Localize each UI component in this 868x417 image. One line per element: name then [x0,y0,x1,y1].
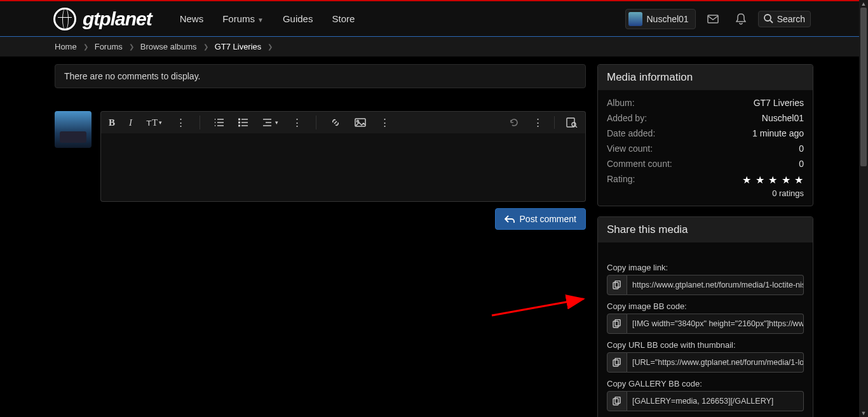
crumb-home[interactable]: Home [55,42,77,51]
brand-text: gtplanet [83,8,152,30]
svg-rect-11 [613,321,618,328]
italic-button[interactable]: I [126,116,135,129]
crumb-album[interactable]: GT7 Liveries [215,42,262,51]
crumb-browse[interactable]: Browse albums [140,42,197,51]
page-scrollbar[interactable]: ▲ ▼ [859,0,868,417]
chevron-right-icon: ❯ [83,43,88,50]
svg-point-8 [572,122,576,126]
svg-point-3 [239,122,240,123]
editor-toolbar: B I ᴛT▾ ⋮ ▾ [100,111,586,133]
username: Nuschel01 [646,14,688,24]
share-gallery-input[interactable]: [GALLERY=media, 126653][/GALLERY] [627,391,804,411]
chevron-right-icon: ❯ [129,43,134,50]
more-insert-button[interactable]: ⋮ [377,116,392,129]
editor-textarea[interactable] [100,133,586,202]
svg-point-6 [357,121,359,122]
more-para-button[interactable]: ⋮ [290,116,304,129]
copy-icon [613,319,621,328]
rating-label: Rating: [607,174,635,186]
search-label: Search [777,14,805,24]
globe-icon [53,8,76,30]
nav-store[interactable]: Store [332,13,355,24]
comments-label: Comment count: [607,159,672,169]
media-info-card: Media information Album:GT7 Liveries Add… [597,64,813,206]
svg-point-2 [239,119,240,120]
addedby-label: Added by: [607,113,647,123]
svg-point-4 [239,125,240,126]
nav-forums[interactable]: Forums▼ [222,13,264,24]
copy-bb-button[interactable] [607,314,627,334]
link-button[interactable] [328,116,343,129]
copy-icon [613,358,621,367]
scroll-up-icon[interactable]: ▲ [859,0,868,8]
share-link-label: Copy image link: [607,263,804,272]
breadcrumb: Home❯ Forums❯ Browse albums❯ GT7 Liverie… [0,37,868,56]
views-label: View count: [607,143,653,154]
indent-button[interactable]: ▾ [260,117,281,128]
chevron-right-icon: ❯ [203,43,208,50]
unordered-list-button[interactable] [236,117,251,128]
composer-avatar[interactable] [55,111,92,148]
scroll-down-icon[interactable]: ▼ [859,409,868,417]
preview-button[interactable] [564,116,580,129]
share-card: Share this media Copy image link: https:… [597,216,813,417]
svg-rect-10 [615,281,620,288]
rating-stars[interactable]: ★ ★ ★ ★ ★ [742,174,804,186]
album-label: Album: [607,98,635,108]
chevron-right-icon: ❯ [268,43,273,50]
share-url-label: Copy URL BB code with thumbnail: [607,340,804,350]
comments-value: 0 [799,159,804,169]
copy-link-button[interactable] [607,275,627,295]
bold-button[interactable]: B [106,116,118,129]
copy-icon [613,397,621,406]
fontsize-button[interactable]: ᴛT▾ [144,116,165,129]
addedby-value[interactable]: Nuschel01 [762,113,804,123]
share-url-input[interactable]: [URL="https://www.gtplanet.net/forum/med… [627,352,804,373]
user-menu[interactable]: Nuschel01 [625,9,695,29]
inbox-icon[interactable] [702,8,724,30]
nav-guides[interactable]: Guides [283,13,313,24]
site-header: gtplanet News Forums▼ Guides Store Nusch… [0,1,868,37]
svg-rect-9 [613,282,618,289]
post-comment-button[interactable]: Post comment [495,208,586,230]
search-icon [764,14,773,23]
svg-rect-16 [615,397,620,404]
search-box[interactable]: Search [758,11,811,27]
album-value[interactable]: GT7 Liveries [754,98,804,108]
image-button[interactable] [352,117,369,128]
more-misc-button[interactable]: ⋮ [531,116,545,129]
svg-rect-13 [613,360,618,366]
undo-button[interactable] [506,116,522,129]
svg-rect-14 [615,359,620,365]
ratings-count: 0 ratings [607,189,804,198]
ordered-list-button[interactable] [212,117,227,128]
svg-rect-0 [708,15,718,23]
site-logo[interactable]: gtplanet [9,8,173,30]
media-info-title: Media information [598,65,813,90]
date-value: 1 minute ago [752,128,804,138]
main-nav: News Forums▼ Guides Store [180,13,355,24]
svg-rect-12 [615,320,620,326]
svg-point-1 [764,15,771,21]
share-bb-input[interactable]: [IMG width="3840px" height="2160px"]http… [627,314,804,334]
share-gallery-label: Copy GALLERY BB code: [607,379,804,388]
chevron-down-icon: ▼ [257,17,264,23]
copy-icon [613,281,621,289]
comment-composer: B I ᴛT▾ ⋮ ▾ [55,111,586,230]
avatar-icon [628,12,642,26]
share-link-input[interactable]: https://www.gtplanet.net/forum/media/1-l… [627,275,804,295]
share-title: Share this media [598,217,813,242]
copy-gallery-button[interactable] [607,391,627,411]
reply-icon [505,215,515,223]
copy-url-button[interactable] [607,352,627,373]
scroll-thumb[interactable] [860,8,867,166]
share-bb-label: Copy image BB code: [607,301,804,311]
nav-news[interactable]: News [180,13,204,24]
no-comments-notice: There are no comments to display. [55,64,586,88]
more-text-button[interactable]: ⋮ [173,116,188,129]
date-label: Date added: [607,128,655,138]
bell-icon[interactable] [730,8,752,30]
svg-rect-15 [613,399,618,405]
views-value: 0 [799,143,804,154]
crumb-forums[interactable]: Forums [95,42,123,51]
